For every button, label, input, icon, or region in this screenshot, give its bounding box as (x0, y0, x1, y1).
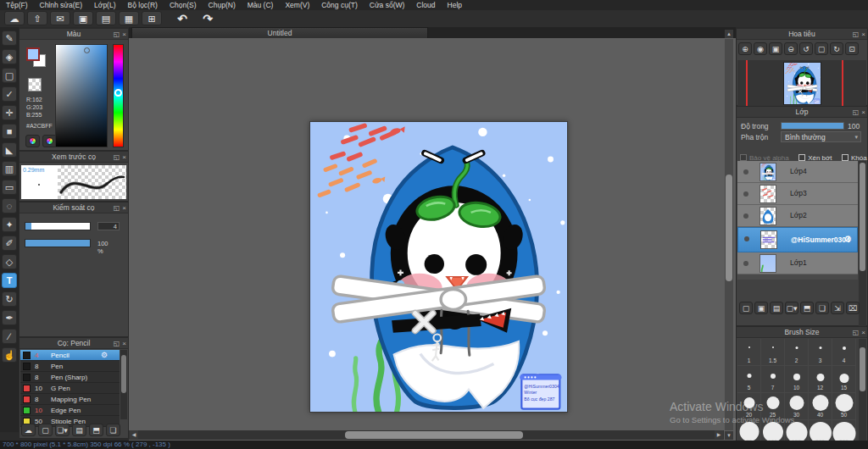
layer-row-hisummer[interactable]: @HiSummer0304 ⚙ (737, 227, 858, 252)
close-icon[interactable]: × (861, 328, 865, 337)
zoom-tool-icon[interactable]: ◉ (754, 42, 767, 55)
menu-view[interactable]: Xem(V) (279, 0, 315, 10)
transfer-layer-icon[interactable]: ⇲ (831, 302, 844, 314)
new-brush-icon[interactable]: ▢ (38, 424, 53, 436)
new-1bit-layer-icon[interactable]: ▤ (770, 302, 783, 314)
brush-size-cell[interactable]: 10 (785, 366, 809, 393)
zoom-in-icon[interactable]: ⊕ (738, 42, 752, 55)
brush-row-pen-sharp[interactable]: 8 Pen (Sharp) (20, 372, 120, 383)
select-pen-tool[interactable]: ✐ (2, 236, 17, 251)
move-tool[interactable]: ✛ (2, 105, 17, 120)
publish-icon[interactable]: ⇧ (27, 11, 47, 25)
rotate-right-icon[interactable]: ↻ (830, 42, 843, 55)
brush-row-mapping-pen[interactable]: 8 Mapping Pen (20, 394, 120, 405)
brush-size-scrollbar[interactable] (859, 339, 866, 448)
popout-icon[interactable]: ◱ (853, 108, 860, 117)
brush-size-cell[interactable]: 1 (737, 339, 761, 366)
brush-size-cell[interactable]: 50 (832, 393, 856, 420)
gear-icon[interactable]: ⚙ (101, 351, 108, 359)
saturation-value-picker[interactable] (55, 44, 108, 147)
shape-brush-tool[interactable]: ▢ (2, 68, 17, 83)
eraser-tool[interactable]: ◈ (2, 49, 17, 64)
menu-snap[interactable]: Chụp(N) (203, 0, 242, 10)
hue-slider[interactable] (113, 44, 124, 147)
close-icon[interactable]: × (122, 339, 126, 348)
layer-row-lop4[interactable]: Lớp4 (737, 161, 858, 183)
rotate-left-icon[interactable]: ↺ (799, 42, 813, 55)
tab-untitled[interactable]: Untitled (131, 27, 428, 38)
canvas-horizontal-scrollbar[interactable]: ◀ ▶ (129, 430, 724, 440)
hand-tool[interactable]: ☝ (2, 347, 17, 363)
layer-row-lop1[interactable]: Lớp1 (737, 252, 858, 274)
duplicate-layer-icon[interactable]: ❏ (815, 302, 829, 314)
script-brush-icon[interactable]: ▤ (72, 424, 86, 436)
grid-icon[interactable]: ⊞ (142, 11, 162, 25)
menu-cloud[interactable]: Cloud (410, 0, 441, 10)
brush-row-g-pen[interactable]: 10 G Pen (20, 383, 120, 394)
scroll-left-icon[interactable]: ◀ (130, 430, 138, 439)
menu-window[interactable]: Cửa sổ(W) (364, 0, 411, 10)
select-eraser-tool[interactable]: ◇ (2, 254, 17, 269)
close-icon[interactable]: × (861, 30, 865, 39)
layer-row-lop2[interactable]: Lớp2 (737, 205, 858, 227)
undo-icon[interactable]: ↶ (172, 11, 192, 25)
brush-size-cell[interactable]: 30 (785, 393, 809, 420)
panel-settings-icon[interactable]: ▦ (119, 11, 139, 25)
folder-icon[interactable]: ⬒ (89, 424, 103, 436)
transparent-color-swatch[interactable] (28, 78, 42, 91)
menu-color[interactable]: Màu (C) (242, 0, 280, 10)
cloud-icon[interactable]: ☁ (4, 11, 25, 25)
popout-icon[interactable]: ◱ (114, 30, 120, 39)
brush-size-value[interactable]: 4 (97, 222, 120, 230)
close-icon[interactable]: × (122, 30, 126, 39)
fill-rect-tool[interactable]: ■ (2, 124, 17, 139)
layer-visibility-icon[interactable] (743, 261, 748, 266)
select-tool[interactable]: ▭ (2, 180, 17, 195)
menu-tools[interactable]: Công cụ(T) (315, 0, 364, 10)
add-layer-menu-icon[interactable]: ▢▾ (785, 302, 798, 314)
menu-file[interactable]: Tệp(F) (0, 0, 34, 10)
eyedropper-tool[interactable]: ✒ (2, 310, 17, 325)
gear-icon[interactable]: ⚙ (843, 234, 852, 245)
add-image-brush-icon[interactable]: ❏▾ (55, 424, 70, 436)
zoom-out-icon[interactable]: ⊖ (784, 42, 798, 55)
brush-size-cell[interactable]: 12 (809, 366, 832, 393)
brush-row-pencil[interactable]: 4 Pencil ⚙ (20, 350, 120, 361)
sv-cursor[interactable] (84, 47, 90, 53)
canvas-vertical-scrollbar[interactable]: ▲ ▼ (725, 39, 733, 430)
bucket-tool[interactable]: ◣ (2, 142, 17, 158)
gradient-tool[interactable]: ▥ (2, 161, 17, 176)
new-layer-icon[interactable]: ▢ (739, 302, 753, 314)
menu-layer[interactable]: Lớp(L) (88, 0, 121, 10)
close-icon[interactable]: × (122, 152, 126, 162)
brush-size-cell[interactable]: 4 (832, 339, 856, 366)
hue-cursor[interactable] (114, 89, 122, 97)
cloud-upload-icon[interactable]: ☁ (21, 424, 36, 436)
layer-folder-icon[interactable]: ⬒ (800, 302, 814, 314)
fit-screen-icon[interactable]: ▣ (769, 42, 782, 55)
scroll-up-icon[interactable]: ▲ (725, 30, 733, 38)
scroll-down-icon[interactable]: ▼ (725, 431, 733, 440)
rotate-tool[interactable]: ↻ (2, 291, 17, 307)
menu-help[interactable]: Help (442, 0, 468, 10)
layer-visibility-icon[interactable] (743, 191, 748, 197)
screen-icon[interactable]: ▣ (73, 11, 93, 25)
popout-icon[interactable]: ◱ (114, 152, 120, 162)
menu-edit[interactable]: Chỉnh sửa(E) (34, 0, 89, 10)
scroll-right-icon[interactable]: ▶ (715, 430, 723, 439)
comment-icon[interactable]: ✉ (50, 11, 70, 25)
new-8bit-layer-icon[interactable]: ▣ (754, 302, 768, 314)
brush-row-edge-pen[interactable]: 10 Edge Pen (20, 405, 120, 416)
menu-select[interactable]: Chọn(S) (164, 0, 203, 10)
layer-opacity-slider[interactable] (781, 122, 844, 130)
blend-mode-select[interactable]: Bình thường▾ (781, 131, 861, 142)
brush-list-scrollbar[interactable] (120, 350, 127, 419)
text-tool[interactable]: T (2, 273, 17, 288)
brush-size-cell[interactable]: 20 (737, 393, 761, 420)
brush-size-cell[interactable]: 40 (809, 393, 832, 420)
brush-size-slider[interactable] (25, 222, 91, 230)
popout-icon[interactable]: ◱ (114, 203, 120, 213)
duplicate-brush-icon[interactable]: ❏ (106, 424, 120, 436)
popout-icon[interactable]: ◱ (853, 30, 860, 39)
navigator-preview[interactable] (737, 60, 866, 107)
